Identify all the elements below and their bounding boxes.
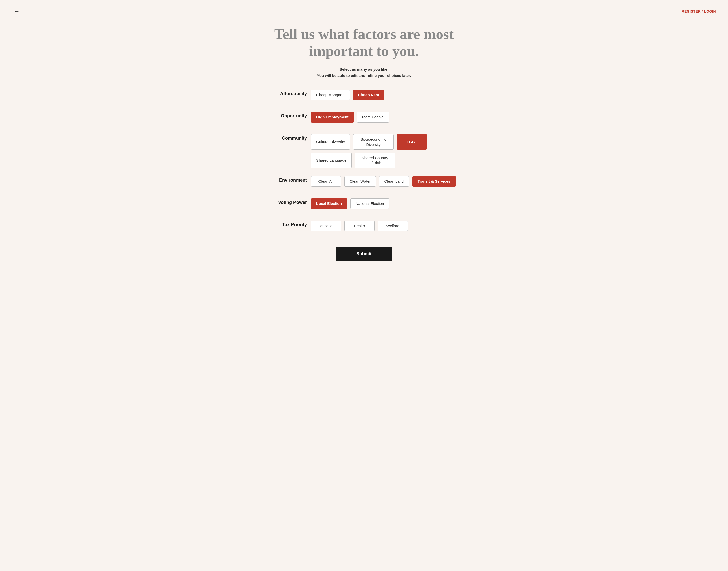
option-btn-lgbt[interactable]: LGBT [397, 134, 427, 149]
options-group-environment: Clean AirClean WaterClean LandTransit & … [311, 175, 466, 187]
back-button[interactable]: ← [12, 7, 22, 16]
option-btn-cheap-rent[interactable]: Cheap Rent [353, 90, 385, 100]
category-label-opportunity: Opportunity [262, 111, 307, 119]
register-login-button[interactable]: REGISTER / LOGIN [682, 9, 716, 13]
category-label-tax-priority: Tax Priority [262, 220, 307, 227]
subtitle-line1: Select as many as you like. [262, 67, 466, 73]
option-btn-shared-country-of-birth[interactable]: Shared Country Of Birth [355, 152, 395, 168]
options-group-affordability: Cheap MortgageCheap Rent [311, 89, 466, 100]
options-group-voting-power: Local ElectionNational Election [311, 197, 466, 209]
option-btn-socioeconomic-diversity[interactable]: Socioeconomic Diversity [353, 134, 394, 149]
category-row-community: CommunityCultural DiversitySocioeconomic… [262, 133, 466, 168]
category-row-environment: EnvironmentClean AirClean WaterClean Lan… [262, 175, 466, 190]
option-btn-cultural-diversity[interactable]: Cultural Diversity [311, 134, 350, 149]
main-content: Tell us what factors are most important … [255, 16, 473, 276]
option-btn-clean-air[interactable]: Clean Air [311, 176, 341, 187]
header: ← REGISTER / LOGIN [0, 0, 728, 16]
category-label-voting-power: Voting Power [262, 197, 307, 205]
category-label-affordability: Affordability [262, 89, 307, 97]
subtitle-line2: You will be able to edit and refine your… [262, 73, 466, 79]
option-btn-local-election[interactable]: Local Election [311, 198, 347, 209]
submit-button[interactable]: Submit [336, 247, 392, 261]
submit-area: Submit [262, 247, 466, 261]
option-btn-high-employment[interactable]: High Employment [311, 112, 354, 123]
category-row-opportunity: OpportunityHigh EmploymentMore People [262, 111, 466, 126]
option-btn-clean-land[interactable]: Clean Land [379, 176, 409, 187]
options-group-community: Cultural DiversitySocioeconomic Diversit… [311, 133, 466, 168]
option-btn-cheap-mortgage[interactable]: Cheap Mortgage [311, 90, 350, 100]
category-label-community: Community [262, 133, 307, 141]
option-btn-education[interactable]: Education [311, 221, 341, 231]
subtitle: Select as many as you like. You will be … [262, 67, 466, 79]
option-btn-clean-water[interactable]: Clean Water [344, 176, 376, 187]
options-group-opportunity: High EmploymentMore People [311, 111, 466, 123]
options-group-tax-priority: EducationHealthWelfare [311, 220, 466, 231]
option-btn-health[interactable]: Health [344, 221, 375, 231]
option-btn-welfare[interactable]: Welfare [378, 221, 408, 231]
page-title: Tell us what factors are most important … [262, 26, 466, 60]
category-row-tax-priority: Tax PriorityEducationHealthWelfare [262, 220, 466, 235]
category-label-environment: Environment [262, 175, 307, 183]
category-row-voting-power: Voting PowerLocal ElectionNational Elect… [262, 197, 466, 213]
category-row-affordability: AffordabilityCheap MortgageCheap Rent [262, 89, 466, 104]
categories-container: AffordabilityCheap MortgageCheap RentOpp… [262, 89, 466, 235]
option-btn-transit-services[interactable]: Transit & Services [412, 176, 456, 187]
option-btn-national-election[interactable]: National Election [350, 198, 390, 209]
option-btn-shared-language[interactable]: Shared Language [311, 152, 351, 168]
option-btn-more-people[interactable]: More People [357, 112, 389, 123]
